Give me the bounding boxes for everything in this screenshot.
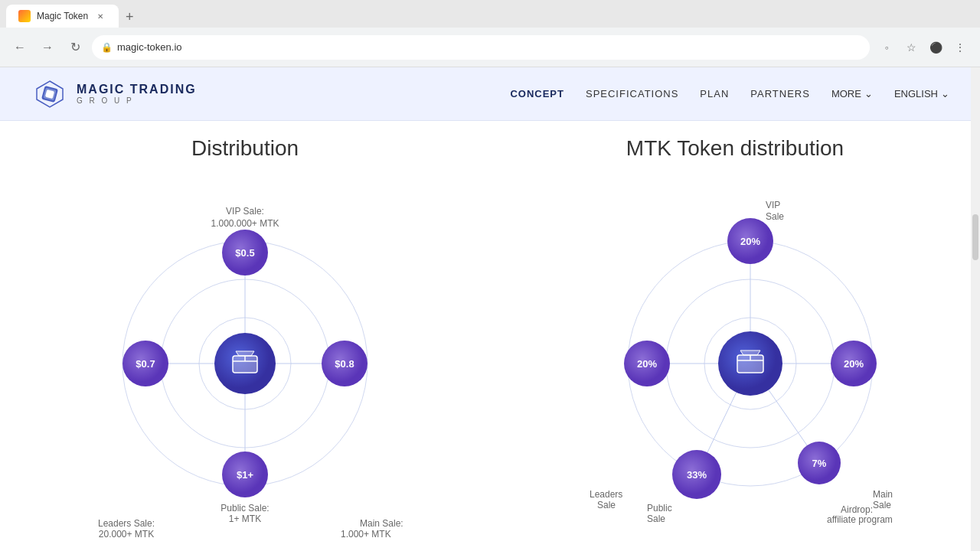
svg-text:Sale: Sale (766, 211, 784, 222)
svg-text:Main Sale:: Main Sale: (360, 518, 403, 529)
nav-language-label: ENGLISH (894, 88, 938, 99)
nav-concept[interactable]: CONCEPT (510, 88, 564, 99)
active-tab[interactable]: Magic Token ✕ (6, 5, 119, 28)
svg-text:$0.7: $0.7 (136, 358, 155, 370)
svg-text:Airdrop:: Airdrop: (841, 504, 873, 515)
bookmark-icon[interactable]: ☆ (900, 37, 922, 58)
nav-language-dropdown[interactable]: ENGLISH ⌄ (894, 88, 949, 99)
logo-sub: G R O U P (77, 96, 197, 105)
lock-icon: 🔒 (101, 42, 113, 53)
url-input[interactable]: 🔒 magic-token.io (92, 35, 870, 60)
svg-text:20%: 20% (844, 358, 864, 370)
url-text: magic-token.io (117, 41, 182, 53)
token-distribution-title: MTK Token distribution (626, 136, 844, 161)
svg-text:Main: Main (873, 489, 893, 500)
logo-icon (31, 75, 69, 113)
toolbar-icons: ◦ ☆ ⚫ ⋮ (876, 37, 971, 58)
chevron-down-icon-lang: ⌄ (941, 88, 949, 99)
svg-text:Sale: Sale (647, 514, 665, 524)
svg-marker-32 (236, 351, 254, 356)
main-content: Distribution (0, 121, 980, 551)
nav-more-label: MORE (831, 88, 861, 99)
logo: MAGIC TRADING G R O U P (31, 75, 197, 113)
svg-text:1+ MTK: 1+ MTK (229, 514, 261, 524)
svg-text:affiliate program: affiliate program (827, 514, 893, 525)
site-navigation: MAGIC TRADING G R O U P CONCEPT SPECIFIC… (0, 67, 980, 121)
nav-partners[interactable]: PARTNERS (750, 88, 810, 99)
chevron-down-icon: ⌄ (864, 88, 873, 99)
nav-more-dropdown[interactable]: MORE ⌄ (831, 88, 873, 99)
svg-text:7%: 7% (812, 458, 827, 469)
token-distribution-section: MTK Token distribution (490, 121, 980, 551)
svg-text:1.000.000+ MTK: 1.000.000+ MTK (211, 218, 279, 229)
svg-text:1.000+ MTK: 1.000+ MTK (341, 529, 391, 540)
svg-text:Leaders Sale:: Leaders Sale: (98, 518, 155, 529)
svg-text:$1+: $1+ (237, 469, 253, 481)
address-bar: ← → ↻ 🔒 magic-token.io ◦ ☆ ⚫ ⋮ (0, 28, 980, 67)
new-tab-button[interactable]: + (119, 6, 140, 28)
distribution-svg: VIP Sale: 1.000.000+ MTK $0.5 Leaders Sa… (84, 168, 406, 551)
nav-specifications[interactable]: SPECIFICATIONS (586, 88, 678, 99)
svg-text:VIP Sale:: VIP Sale: (226, 206, 264, 217)
nav-plan[interactable]: PLAN (700, 88, 729, 99)
nav-links: CONCEPT SPECIFICATIONS PLAN PARTNERS MOR… (510, 88, 949, 99)
logo-text: MAGIC TRADING G R O U P (77, 83, 197, 105)
svg-text:$0.8: $0.8 (335, 358, 354, 370)
distribution-section: Distribution (0, 121, 490, 551)
svg-text:33%: 33% (687, 469, 707, 481)
svg-text:Sale: Sale (873, 500, 891, 510)
distribution-diagram: VIP Sale: 1.000.000+ MTK $0.5 Leaders Sa… (84, 168, 406, 551)
svg-text:20.000+ MTK: 20.000+ MTK (99, 529, 154, 540)
tab-favicon (18, 10, 31, 22)
page-content: MAGIC TRADING G R O U P CONCEPT SPECIFIC… (0, 67, 980, 551)
scrollbar[interactable] (971, 67, 980, 551)
browser-window: Magic Token ✕ + ← → ↻ 🔒 magic-token.io ◦… (0, 0, 980, 551)
svg-marker-65 (740, 350, 760, 355)
svg-text:Public Sale:: Public Sale: (220, 503, 269, 514)
logo-brand: MAGIC TRADING (77, 83, 197, 96)
svg-text:20%: 20% (740, 236, 760, 247)
distribution-title: Distribution (191, 136, 299, 161)
svg-text:Public: Public (647, 503, 672, 514)
profile-icon[interactable]: ⚫ (925, 37, 946, 58)
tab-bar: Magic Token ✕ + (0, 0, 980, 28)
back-button[interactable]: ← (9, 37, 31, 58)
svg-text:VIP: VIP (766, 200, 780, 210)
cast-icon[interactable]: ◦ (876, 37, 897, 58)
menu-icon[interactable]: ⋮ (949, 37, 971, 58)
forward-button[interactable]: → (37, 37, 58, 58)
svg-text:20%: 20% (637, 358, 657, 370)
svg-text:Leaders: Leaders (590, 489, 622, 500)
svg-text:Sale: Sale (597, 500, 616, 510)
tab-title: Magic Token (37, 11, 88, 21)
token-distribution-svg: VIP Sale 20% Leaders Sale 20% Main (574, 168, 926, 551)
tab-close-button[interactable]: ✕ (94, 10, 106, 22)
token-distribution-diagram: VIP Sale 20% Leaders Sale 20% Main (574, 168, 896, 551)
refresh-button[interactable]: ↻ (64, 37, 86, 58)
scrollbar-thumb[interactable] (972, 214, 978, 260)
svg-text:$0.5: $0.5 (235, 247, 254, 259)
